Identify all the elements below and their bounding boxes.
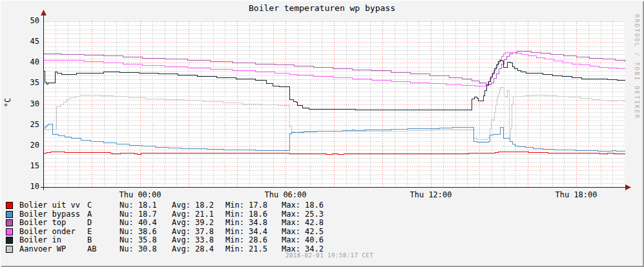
legend-stat: Nu: 40.4 [119, 219, 157, 227]
legend-row: Boiler topDNu: 40.4Avg: 39.2Min: 34.8Max… [0, 219, 644, 228]
legend-series-code: C [87, 201, 92, 210]
legend-series-code: B [87, 236, 92, 244]
y-tick-label: 50 [17, 17, 39, 25]
chart-title: Boiler temperaturen wp bypass [0, 3, 644, 13]
legend-stat: Nu: 18.1 [119, 201, 157, 210]
legend-stat: Nu: 30.8 [119, 245, 157, 253]
legend-series-name: Boiler top [19, 219, 66, 227]
legend-stat: Min: 17.8 [225, 201, 267, 210]
legend-series-name: Bolier uit vv [19, 201, 80, 210]
x-tick-label: Thu 06:00 [256, 191, 315, 199]
legend-stat: Min: 34.8 [225, 219, 267, 227]
y-tick-label: 40 [17, 58, 39, 66]
legend-series-name: Aanvoer WP [19, 245, 66, 253]
x-tick-label: Thu 00:00 [111, 191, 169, 199]
legend-stat: Avg: 28.4 [172, 245, 214, 253]
legend-stat: Avg: 39.2 [172, 219, 214, 227]
legend-row: Bolier uit vvCNu: 18.1Avg: 18.2Min: 17.8… [0, 201, 644, 210]
legend-swatch [6, 237, 13, 244]
legend-swatch [6, 228, 13, 235]
y-tick-label: 30 [17, 100, 39, 108]
legend-row: Boiler inBNu: 35.8Avg: 33.8Min: 28.6Max:… [0, 236, 644, 245]
legend-swatch [6, 211, 13, 218]
legend-stat: Max: 40.6 [282, 236, 324, 244]
rrdtool-watermark: RRDTOOL / TOBI OETIKER [634, 14, 640, 119]
legend-stat: Nu: 35.8 [119, 236, 157, 244]
y-axis-unit-label: °C [3, 90, 12, 115]
y-tick-label: 25 [17, 121, 39, 129]
legend-stat: Min: 21.5 [225, 245, 267, 253]
legend-stat: Avg: 18.2 [172, 201, 214, 210]
y-tick-label: 20 [17, 141, 39, 150]
legend-stat: Max: 42.8 [282, 219, 324, 227]
x-tick-label: Thu 18:00 [547, 191, 605, 199]
x-tick-label: Thu 12:00 [402, 191, 460, 199]
legend-series-code: AB [87, 245, 96, 253]
y-tick-label: 45 [17, 37, 39, 46]
y-tick-label: 35 [17, 79, 39, 87]
legend-series-name: Boiler in [19, 236, 61, 244]
legend-swatch [6, 246, 13, 253]
x-axis-arrow-icon [625, 184, 631, 190]
footer-timestamp: 2018-02-01 19:58:17 CET [286, 252, 373, 259]
y-tick-label: 15 [17, 162, 39, 170]
legend-series-code: D [87, 219, 92, 227]
rrdtool-graph: Boiler temperaturen wp bypass °C 5045403… [0, 0, 644, 267]
legend-stat: Min: 28.6 [225, 236, 267, 244]
legend-stat: Avg: 33.8 [172, 236, 214, 244]
y-tick-label: 10 [17, 183, 39, 191]
legend-swatch [6, 202, 13, 209]
legend-swatch [6, 219, 13, 226]
legend-stat: Max: 18.6 [282, 201, 324, 210]
